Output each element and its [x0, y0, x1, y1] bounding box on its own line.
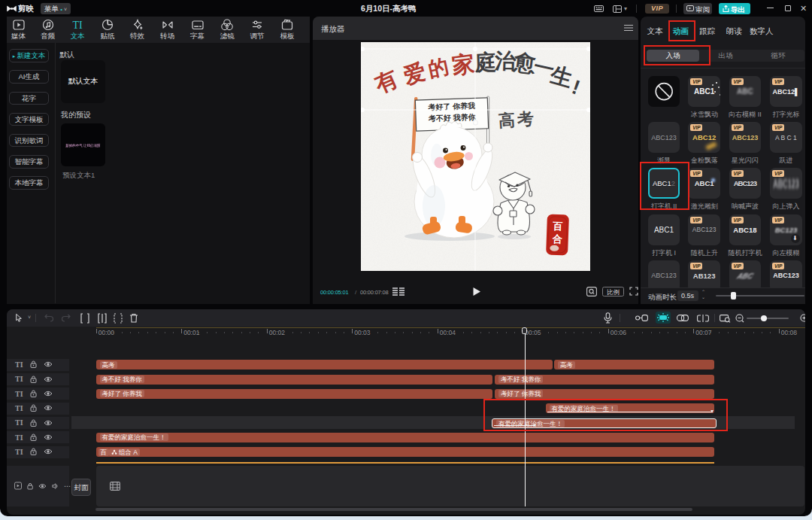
svg-text:考不好 我养你: 考不好 我养你 [428, 113, 477, 123]
svg-text:百: 百 [552, 220, 563, 232]
svg-text:庭: 庭 [474, 50, 497, 75]
svg-text:家: 家 [450, 50, 477, 78]
svg-text:TI: TI [72, 20, 83, 31]
svg-text:合: 合 [552, 233, 563, 245]
svg-text:高考: 高考 [498, 109, 537, 130]
